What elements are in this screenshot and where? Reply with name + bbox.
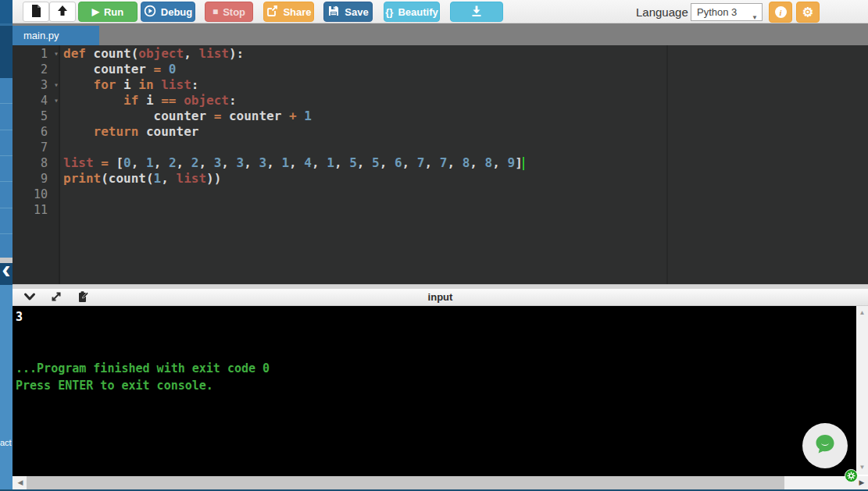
console-input-label: input [13,291,868,303]
scroll-down-icon[interactable]: ▼ [856,462,868,473]
line-number[interactable]: 11 [13,202,60,218]
expand-console-resize-icon[interactable] [50,290,64,304]
save-icon [327,5,340,20]
code-line: 9print(count(1, list)) [13,171,868,187]
run-button[interactable]: ▶ Run [78,2,138,22]
code-editor[interactable]: 1▾def count(object, list):2 counter = 03… [13,45,868,284]
info-icon: i [775,6,787,18]
sidebar-item[interactable] [0,208,13,234]
debug-icon [144,5,156,20]
text-cursor [523,157,524,170]
code-line: 1▾def count(object, list): [13,46,868,62]
share-icon [266,5,278,20]
code-text: for i in list: [60,77,198,93]
fold-caret-icon[interactable]: ▾ [54,77,59,93]
code-text: return counter [60,124,198,140]
download-icon [470,5,483,20]
stop-icon: ■ [213,7,218,16]
top-toolbar: ▶ Run Debug ■ Stop Share Save {} [13,0,868,23]
console-header: input [13,289,868,306]
sidebar-item[interactable] [0,156,13,182]
download-button[interactable] [450,2,503,22]
stop-button[interactable]: ■ Stop [205,2,253,22]
onlinegdb-ide: ‹ act ▶ Run Debug ■ Stop [0,0,868,491]
console-line: ...Program finished with exit code 0 [16,360,856,377]
tab-bar: main.py [13,23,868,45]
code-text: def count(object, list): [60,46,244,62]
sidebar-segment [0,0,13,23]
settings-button[interactable]: ⚙ [796,2,820,23]
sidebar-item[interactable] [0,182,13,208]
console-line: Press ENTER to exit console. [16,377,856,394]
collapse-panel-chevron-left-icon[interactable]: ‹ [0,257,13,283]
code-line: 4▾ if i == object: [13,93,868,109]
scroll-up-icon[interactable]: ▲ [856,308,868,318]
debug-button[interactable]: Debug [141,2,195,22]
line-number[interactable]: 2 [13,62,60,77]
line-number[interactable]: 10 [13,187,60,202]
debug-label: Debug [161,6,192,18]
share-button[interactable]: Share [263,2,314,22]
language-value: Python 3 [697,6,737,18]
line-number[interactable]: 9 [13,171,60,187]
collapse-console-chevron-down-icon[interactable] [23,290,38,304]
line-number[interactable]: 4▾ [13,93,60,109]
tab-main-py[interactable]: main.py [13,26,99,45]
chat-widget-button[interactable] [802,423,848,468]
stop-label: Stop [223,6,245,18]
run-label: Run [104,6,123,18]
code-line: 6 return counter [13,124,868,140]
console-vertical-scrollbar[interactable]: ▲ ▼ [856,306,868,475]
gear-icon: ⚙ [802,5,813,20]
chat-bubble-icon [813,432,838,460]
line-number[interactable]: 8 [13,155,60,171]
line-number[interactable]: 3▾ [13,77,60,93]
code-line: 7 [13,140,868,155]
beautify-button[interactable]: {} Beautify [384,2,440,22]
line-number[interactable]: 5 [13,109,60,124]
sidebar-item[interactable] [0,130,13,156]
code-text: if i == object: [60,93,237,109]
fold-caret-icon[interactable]: ▾ [54,93,59,109]
upload-button[interactable] [49,2,76,22]
line-number[interactable]: 7 [13,140,60,155]
console-line [16,326,856,343]
save-button[interactable]: Save [323,2,373,22]
left-sidebar: ‹ act [0,0,13,491]
extension-badge-icon[interactable] [845,469,858,482]
code-text: counter = counter + 1 [60,109,312,124]
clipboard-icon[interactable] [77,290,91,304]
code-line: 5 counter = counter + 1 [13,109,868,124]
scroll-left-icon[interactable]: ◀ [14,476,27,489]
code-line: 8list = [0, 1, 2, 2, 3, 3, 3, 1, 4, 1, 5… [13,155,868,171]
fold-caret-icon[interactable]: ▾ [54,46,59,62]
console-output[interactable]: 3...Program finished with exit code 0Pre… [13,306,856,476]
code-lines: 1▾def count(object, list):2 counter = 03… [13,45,868,218]
line-number[interactable]: 1▾ [13,46,60,62]
beautify-label: Beautify [398,6,438,18]
play-icon: ▶ [92,7,99,16]
upload-icon [56,5,69,20]
code-line: 11 [13,202,868,218]
language-label: Language [636,5,688,19]
console-line: 3 [16,308,856,326]
code-text [60,140,63,155]
code-text: print(count(1, list)) [60,171,221,187]
console-horizontal-scrollbar[interactable]: ◀ ▶ [13,476,868,489]
sidebar-segment [0,26,13,78]
console-line [16,343,856,360]
sidebar-item[interactable] [0,78,13,104]
info-button[interactable]: i [769,2,792,23]
code-text [60,202,63,218]
code-text: list = [0, 1, 2, 2, 3, 3, 3, 1, 4, 1, 5,… [60,155,524,171]
line-number[interactable]: 6 [13,124,60,140]
language-select[interactable]: Python 3 ▼ [691,3,763,21]
save-label: Save [345,6,368,18]
new-file-button[interactable] [23,2,49,22]
sidebar-item[interactable] [0,104,13,130]
code-text: counter = 0 [60,62,177,77]
scroll-right-icon[interactable]: ▶ [856,476,867,489]
code-text [60,187,63,202]
scrollbar-thumb[interactable] [27,476,784,489]
code-line: 2 counter = 0 [13,62,868,77]
